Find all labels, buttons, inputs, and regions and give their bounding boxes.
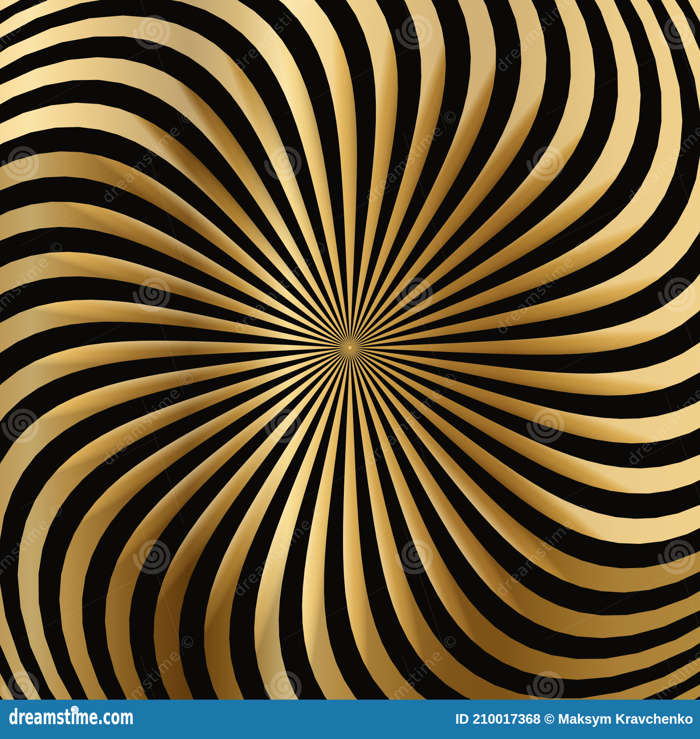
- dreamstime-spiral-icon: [69, 704, 80, 715]
- stock-image-preview: dreamstime ©dreamstime ©dreamstime ©drea…: [0, 0, 700, 739]
- artwork: dreamstime ©dreamstime ©dreamstime ©drea…: [0, 0, 700, 700]
- dreamstime-logo: dreamstime.com: [9, 706, 207, 732]
- image-credit: ID 210017368 © Maksym Kravchenko: [455, 711, 693, 727]
- watermark-bar: dreamstime.com ID 210017368 © Maksym Kra…: [0, 700, 700, 739]
- artwork-svg: dreamstime ©dreamstime ©dreamstime ©drea…: [0, 0, 700, 700]
